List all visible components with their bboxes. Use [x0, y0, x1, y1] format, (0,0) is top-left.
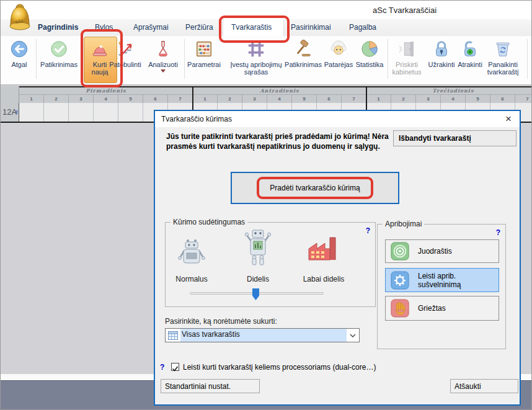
create-select-combobox[interactable]: Visas tvarkaraštis	[165, 328, 360, 342]
constraints-group-title: Apribojimai	[383, 220, 424, 228]
complexity-slider[interactable]	[190, 292, 324, 295]
constraints-group: Apribojimai ? Juodraštis Leisti aprib. s…	[377, 224, 506, 349]
complexity-group: Kūrimo sudėtingumas ? Normalus Didelis L…	[165, 222, 376, 307]
analyze-dropdown-arrow-icon[interactable]	[161, 69, 166, 73]
discard-timetable-button[interactable]: Panaikinti tvarkaraštį	[483, 38, 523, 76]
analyze-button[interactable]: Analizuoti	[144, 38, 182, 73]
class-row-label[interactable]: 12A 2 2	[1, 103, 19, 122]
cancel-button[interactable]: Atšaukti	[450, 379, 518, 393]
target-rings-icon	[391, 242, 409, 261]
lock-open-icon	[454, 38, 485, 60]
tab-aprasymai[interactable]: Aprašymai	[133, 23, 169, 32]
tab-bylos[interactable]: Bylos	[95, 23, 113, 32]
constraint-option-allow-relaxation[interactable]: Leisti aprib. sušvelninimą	[385, 268, 499, 292]
constraints-help-link[interactable]: ?	[496, 228, 500, 237]
create-select-value: Visas tvarkaraštis	[180, 329, 347, 342]
timetable-generation-dialog: Tvarkaraščio kūrimas × Jūs turite patikr…	[154, 110, 521, 406]
statistics-button[interactable]: Statistika	[351, 38, 388, 68]
lock-closed-icon	[426, 38, 457, 60]
abacus-icon	[184, 38, 224, 60]
complexity-option-high[interactable]: Didelis	[230, 228, 286, 283]
start-generation-button[interactable]: Pradėti tvarkaraščio kūrimą	[231, 172, 399, 204]
escalator-icon	[107, 38, 144, 60]
stop-hand-icon	[391, 299, 409, 318]
defaults-button[interactable]: Standartiniai nustat.	[161, 379, 260, 393]
entered-constraints-list-button[interactable]: Įvestų apribojimų sąrašas	[230, 38, 282, 76]
improve-button[interactable]: Patobulinti	[107, 38, 144, 68]
test-timetable-button[interactable]: Išbandyti tvarkaraštį	[393, 130, 516, 146]
multicore-checkbox[interactable]	[171, 363, 179, 371]
factory-icon	[293, 233, 355, 271]
complexity-help-link[interactable]: ?	[366, 226, 370, 235]
back-arrow-icon	[5, 38, 33, 60]
period-numbers-tuesday: 1234567	[193, 95, 366, 103]
day-header-tuesday: Antradienis	[193, 87, 366, 95]
gear-icon	[391, 271, 409, 290]
period-numbers-wednesday: 1234567	[366, 95, 532, 103]
pie-chart-icon	[351, 38, 388, 60]
timetable-header: Pirmadienis Antradienis Trečiadienis 123…	[1, 86, 532, 103]
lock-button[interactable]: Užrakinti	[426, 38, 457, 68]
chevron-down-icon[interactable]	[347, 334, 359, 337]
tab-perziura[interactable]: Peržiūra	[185, 23, 213, 32]
create-select-label: Pasirinkite, ką norėtumėte sukurti:	[165, 317, 277, 326]
complexity-option-normal[interactable]: Normalus	[164, 233, 219, 283]
robot-small-icon	[164, 233, 219, 271]
recycle-bin-icon	[483, 38, 523, 60]
complexity-slider-thumb[interactable]	[252, 288, 259, 300]
window-title: aSc Tvarkaraščiai	[373, 6, 437, 15]
toolbar-separator	[527, 39, 528, 79]
timetable-grid-icon	[168, 331, 178, 340]
tab-pagrindinis[interactable]: Pagrindinis	[38, 23, 78, 32]
asc-bell-logo-icon[interactable]: aSc	[6, 2, 34, 34]
day-header-wednesday: Trečiadienis	[366, 87, 532, 95]
day-header-monday: Pirmadienis	[19, 87, 193, 95]
verify-button[interactable]: Patikrinimas	[33, 38, 84, 68]
period-numbers-monday: 1234567	[19, 95, 193, 103]
robot-large-icon	[230, 228, 286, 271]
asc-timetables-window: aSc Tvarkaraščiai aSc Pagrindinis Bylos …	[0, 0, 532, 410]
constraint-option-strict[interactable]: Griežtas	[385, 296, 499, 321]
parameters-button[interactable]: Parametrai	[184, 38, 224, 68]
multicore-help-link[interactable]: ?	[160, 363, 164, 372]
tab-pagalba[interactable]: Pagalba	[349, 23, 376, 32]
row-subscript: 2	[16, 103, 18, 122]
close-icon[interactable]: ×	[501, 112, 516, 126]
fence-grid-icon	[230, 38, 282, 60]
check-seal-icon	[33, 38, 84, 60]
complexity-option-very-high[interactable]: Labai didelis	[293, 233, 355, 283]
dialog-warning-text: Jūs turite patikrinti tvarkaraštį prieš …	[166, 131, 401, 151]
tab-pasirinkimai[interactable]: Pasirinkimai	[291, 23, 331, 32]
multicore-checkbox-label[interactable]: Leisti kurti tvarkaraštį keliems process…	[183, 363, 376, 372]
tab-tvarkarastis[interactable]: Tvarkaraštis	[231, 23, 272, 32]
back-button[interactable]: Atgal	[5, 38, 33, 68]
unlock-button[interactable]: Atrakinti	[454, 38, 485, 68]
door-icon	[387, 38, 427, 60]
constraint-option-draft[interactable]: Juodraštis	[385, 239, 499, 263]
gavel-icon	[279, 38, 327, 60]
window-titlebar	[1, 1, 532, 19]
check-gavel-button[interactable]: Patikrinimas	[279, 38, 327, 68]
complexity-group-title: Kūrimo sudėtingumas	[171, 218, 247, 226]
assign-rooms-button: Priskirti kabinetus	[387, 38, 427, 76]
flask-icon	[144, 38, 182, 60]
dialog-title: Tvarkaraščio kūrimas	[161, 115, 232, 123]
